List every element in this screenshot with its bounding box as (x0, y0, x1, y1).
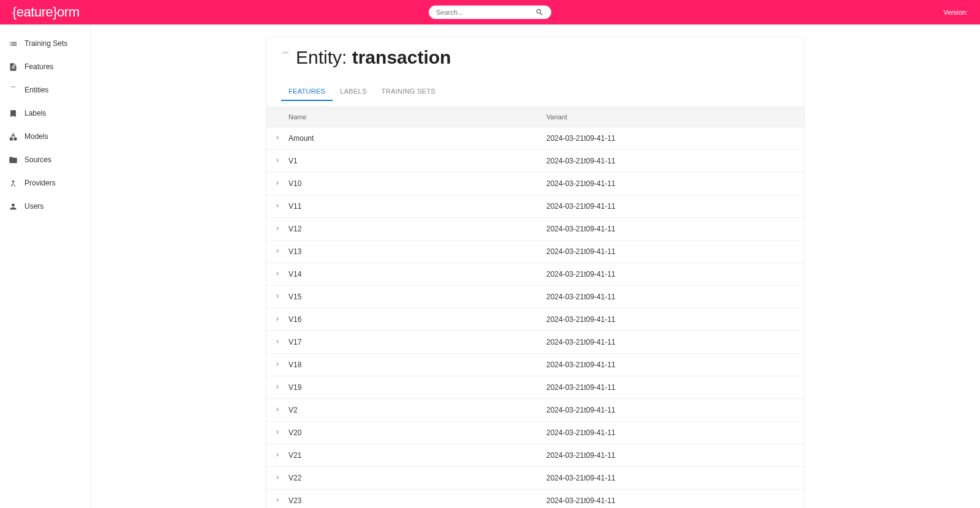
sidebar-item-providers[interactable]: Providers (0, 171, 90, 195)
expand-toggle[interactable] (266, 354, 288, 376)
cell-name: V15 (288, 287, 546, 307)
chevron-right-icon (274, 155, 281, 166)
expand-toggle[interactable] (266, 467, 288, 489)
cell-variant: 2024-03-21t09-41-11 (546, 400, 804, 420)
cell-name: V19 (288, 378, 546, 397)
expand-toggle[interactable] (266, 286, 288, 308)
cell-name: V11 (288, 196, 546, 216)
sidebar-item-label: Providers (24, 179, 56, 187)
table-row[interactable]: V222024-03-21t09-41-11 (266, 467, 804, 490)
sidebar: Training SetsFeaturesEntitiesLabelsModel… (0, 24, 91, 508)
table-row[interactable]: V162024-03-21t09-41-11 (266, 308, 804, 331)
cell-variant: 2024-03-21t09-41-11 (546, 423, 804, 443)
table-row[interactable]: V192024-03-21t09-41-11 (266, 376, 804, 399)
list-icon (7, 38, 18, 49)
tag-icon (7, 108, 18, 119)
table-row[interactable]: V12024-03-21t09-41-11 (266, 150, 804, 173)
chevron-right-icon (274, 291, 281, 302)
expand-toggle[interactable] (266, 422, 288, 444)
tabs: FEATURESLABELSTRAINING SETS (281, 83, 790, 102)
sidebar-item-training-sets[interactable]: Training Sets (0, 32, 90, 55)
table-row[interactable]: V182024-03-21t09-41-11 (266, 354, 804, 376)
file-icon (7, 61, 18, 72)
cell-variant: 2024-03-21t09-41-11 (546, 196, 804, 216)
cell-name: V18 (288, 355, 546, 375)
table-row[interactable]: V132024-03-21t09-41-11 (266, 241, 804, 263)
chevron-right-icon (274, 382, 281, 393)
table-row[interactable]: V152024-03-21t09-41-11 (266, 286, 804, 308)
tab-labels[interactable]: LABELS (333, 83, 374, 101)
sidebar-item-users[interactable]: Users (0, 195, 90, 218)
tab-training-sets[interactable]: TRAINING SETS (374, 83, 443, 101)
table-row[interactable]: V172024-03-21t09-41-11 (266, 331, 804, 354)
cell-variant: 2024-03-21t09-41-11 (546, 491, 804, 508)
version-label: Version: (943, 9, 968, 16)
expand-toggle[interactable] (266, 127, 288, 149)
search-bar[interactable] (429, 6, 551, 19)
chevron-right-icon (274, 178, 281, 189)
table-row[interactable]: V232024-03-21t09-41-11 (266, 490, 804, 508)
folder-icon (7, 154, 18, 165)
chevron-right-icon (274, 359, 281, 370)
expand-toggle[interactable] (266, 263, 288, 285)
cell-name: V1 (288, 151, 546, 171)
table-row[interactable]: V112024-03-21t09-41-11 (266, 195, 804, 218)
table-row[interactable]: V142024-03-21t09-41-11 (266, 263, 804, 286)
cell-name: V13 (288, 242, 546, 261)
expand-toggle[interactable] (266, 444, 288, 466)
chevron-right-icon (274, 427, 281, 438)
expand-toggle[interactable] (266, 376, 288, 398)
cell-name: Amount (288, 129, 546, 148)
column-header-name[interactable]: Name (288, 107, 546, 127)
expand-toggle[interactable] (266, 241, 288, 263)
person-icon (7, 201, 18, 212)
table-row[interactable]: V202024-03-21t09-41-11 (266, 422, 804, 444)
table-row[interactable]: V122024-03-21t09-41-11 (266, 218, 804, 241)
cell-variant: 2024-03-21t09-41-11 (546, 151, 804, 171)
expand-toggle[interactable] (266, 490, 288, 508)
table-header: Name Variant (266, 106, 804, 127)
table-row[interactable]: V22024-03-21t09-41-11 (266, 399, 804, 422)
chevron-right-icon (274, 314, 281, 325)
sidebar-item-entities[interactable]: Entities (0, 78, 90, 102)
expand-toggle[interactable] (266, 195, 288, 217)
cell-variant: 2024-03-21t09-41-11 (546, 378, 804, 397)
cell-name: V17 (288, 332, 546, 352)
table-row[interactable]: Amount2024-03-21t09-41-11 (266, 127, 804, 150)
sidebar-item-labels[interactable]: Labels (0, 102, 90, 125)
sidebar-item-sources[interactable]: Sources (0, 148, 90, 171)
cell-name: V12 (288, 219, 546, 239)
entity-card: Entity: transaction FEATURESLABELSTRAINI… (266, 37, 805, 508)
table-row[interactable]: V102024-03-21t09-41-11 (266, 173, 804, 195)
chevron-right-icon (274, 473, 281, 484)
chevron-right-icon (274, 269, 281, 280)
merge-icon (7, 177, 18, 189)
tab-features[interactable]: FEATURES (281, 83, 333, 101)
entity-title: Entity: transaction (296, 47, 451, 68)
cell-variant: 2024-03-21t09-41-11 (546, 446, 804, 465)
expand-toggle[interactable] (266, 173, 288, 195)
fingerprint-icon (7, 84, 18, 95)
cell-variant: 2024-03-21t09-41-11 (546, 219, 804, 239)
sidebar-item-features[interactable]: Features (0, 55, 90, 78)
chevron-right-icon (274, 201, 281, 212)
cell-variant: 2024-03-21t09-41-11 (546, 332, 804, 352)
cell-variant: 2024-03-21t09-41-11 (546, 174, 804, 193)
expand-toggle[interactable] (266, 399, 288, 421)
sidebar-item-label: Labels (24, 109, 46, 118)
sidebar-item-label: Sources (24, 155, 51, 164)
cell-name: V22 (288, 468, 546, 488)
chevron-right-icon (274, 405, 281, 416)
chevron-right-icon (274, 223, 281, 234)
sidebar-item-models[interactable]: Models (0, 125, 90, 148)
expand-toggle[interactable] (266, 308, 288, 331)
expand-toggle[interactable] (266, 218, 288, 240)
expand-toggle[interactable] (266, 150, 288, 172)
column-header-variant[interactable]: Variant (546, 107, 804, 127)
cell-name: V21 (288, 446, 546, 465)
sidebar-item-label: Entities (24, 86, 48, 94)
table-row[interactable]: V212024-03-21t09-41-11 (266, 444, 804, 467)
expand-toggle[interactable] (266, 331, 288, 353)
cell-variant: 2024-03-21t09-41-11 (546, 242, 804, 261)
search-input[interactable] (436, 9, 535, 16)
